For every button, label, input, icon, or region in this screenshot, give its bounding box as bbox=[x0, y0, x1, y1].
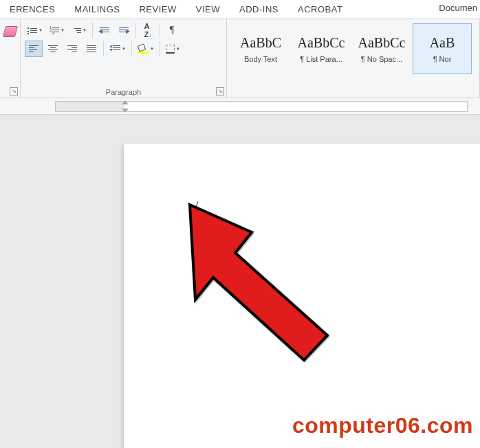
document-page[interactable]: √ bbox=[124, 144, 480, 448]
style-name: ¶ List Para... bbox=[300, 55, 342, 63]
watermark-text: computer06.com bbox=[292, 413, 473, 438]
style-body-text[interactable]: AaBbC Body Text bbox=[231, 23, 290, 74]
tab-review[interactable]: REVIEW bbox=[129, 0, 186, 19]
paragraph-dialog-launcher[interactable]: ↘ bbox=[216, 87, 224, 96]
separator bbox=[92, 23, 93, 38]
editor-canvas: √ bbox=[0, 115, 480, 448]
separator bbox=[135, 23, 136, 38]
horizontal-ruler[interactable] bbox=[55, 101, 468, 112]
borders-button[interactable]: ▼ bbox=[163, 41, 183, 57]
document-text[interactable]: √ bbox=[190, 200, 198, 218]
align-center-button[interactable] bbox=[44, 41, 62, 57]
hanging-indent-marker[interactable] bbox=[122, 109, 129, 113]
format-painter-button[interactable] bbox=[1, 23, 19, 40]
bullets-button[interactable]: ▼ bbox=[25, 22, 45, 38]
style-no-spacing[interactable]: AaBbCc ¶ No Spac... bbox=[352, 23, 411, 74]
sort-button[interactable]: AZ↓ bbox=[139, 22, 157, 38]
line-spacing-button[interactable]: ▲▼ ▼ bbox=[107, 41, 129, 57]
align-left-button[interactable] bbox=[25, 41, 43, 57]
bullets-icon bbox=[28, 27, 37, 34]
style-preview: AaBbCc bbox=[358, 35, 406, 51]
paragraph-group-label: Paragraph bbox=[21, 88, 226, 96]
decrease-indent-button[interactable]: ◀ bbox=[96, 22, 113, 38]
tab-acrobat[interactable]: ACROBAT bbox=[288, 0, 352, 19]
first-line-indent-marker[interactable] bbox=[122, 100, 129, 104]
separator bbox=[103, 41, 104, 56]
align-right-icon bbox=[67, 44, 77, 54]
eraser-icon bbox=[2, 26, 17, 37]
style-normal[interactable]: AaB ¶ Nor bbox=[413, 23, 472, 74]
style-name: ¶ Nor bbox=[433, 55, 452, 63]
separator bbox=[131, 41, 132, 56]
paragraph-group: ▼ 1 2 3 ▼ ▼ ◀ ▶ bbox=[21, 19, 227, 98]
style-preview: AaBbC bbox=[240, 35, 281, 51]
styles-group: AaBbC Body Text AaBbCc ¶ List Para... Aa… bbox=[227, 19, 480, 98]
increase-indent-icon: ▶ bbox=[119, 26, 129, 34]
shading-button[interactable]: ▼ bbox=[135, 41, 157, 57]
style-name: Body Text bbox=[244, 55, 277, 63]
tab-mailings[interactable]: MAILINGS bbox=[65, 0, 129, 19]
multilevel-list-button[interactable]: ▼ bbox=[69, 22, 89, 38]
numbering-button[interactable]: 1 2 3 ▼ bbox=[47, 22, 67, 38]
style-name: ¶ No Spac... bbox=[361, 55, 402, 63]
style-preview: AaBbCc bbox=[298, 35, 345, 51]
justify-button[interactable] bbox=[83, 41, 100, 57]
justify-icon bbox=[87, 44, 96, 54]
ruler-area bbox=[0, 98, 480, 115]
document-title: Documen bbox=[439, 3, 477, 13]
tab-references[interactable]: ERENCES bbox=[0, 0, 65, 19]
clipboard-dialog-launcher[interactable]: ↘ bbox=[10, 87, 18, 96]
sort-icon: AZ↓ bbox=[144, 22, 151, 38]
tab-view[interactable]: VIEW bbox=[186, 0, 230, 19]
separator bbox=[160, 41, 160, 56]
numbering-icon: 1 2 3 bbox=[50, 26, 59, 35]
increase-indent-button[interactable]: ▶ bbox=[115, 22, 133, 38]
borders-icon bbox=[166, 45, 175, 54]
style-preview: AaB bbox=[430, 35, 455, 51]
shading-icon bbox=[138, 44, 149, 54]
style-list-paragraph[interactable]: AaBbCc ¶ List Para... bbox=[292, 23, 351, 74]
align-right-button[interactable] bbox=[63, 41, 81, 57]
clipboard-group: ↘ bbox=[0, 19, 21, 98]
tab-addins[interactable]: ADD-INS bbox=[230, 0, 288, 19]
ribbon: ↘ ▼ 1 2 3 ▼ ▼ bbox=[0, 19, 480, 98]
line-spacing-icon: ▲▼ bbox=[109, 44, 120, 54]
align-left-icon bbox=[29, 44, 39, 54]
pilcrow-icon: ¶ bbox=[170, 25, 174, 36]
align-center-icon bbox=[48, 44, 58, 54]
separator bbox=[160, 23, 160, 38]
show-hide-marks-button[interactable]: ¶ bbox=[163, 22, 181, 38]
decrease-indent-icon: ◀ bbox=[100, 26, 109, 34]
ribbon-tabs: ERENCES MAILINGS REVIEW VIEW ADD-INS ACR… bbox=[0, 0, 480, 19]
multilevel-icon bbox=[72, 27, 81, 34]
